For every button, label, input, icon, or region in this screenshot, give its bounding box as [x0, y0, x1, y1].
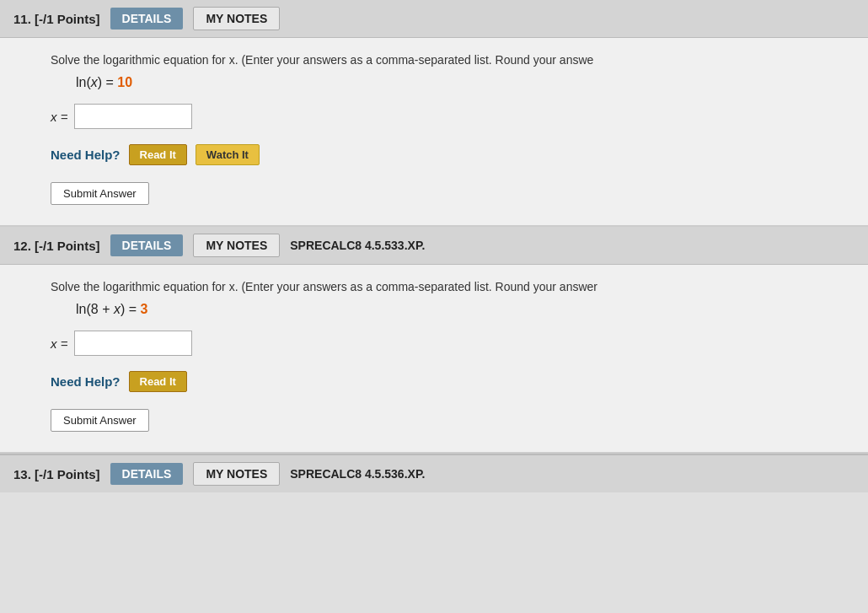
- problem-11-label: 11. [-/1 Points]: [13, 12, 100, 26]
- problem-12-input-row: x =: [51, 331, 841, 356]
- problem-11-watch-it-button[interactable]: Watch It: [196, 144, 260, 165]
- problem-11-equation-value: 10: [117, 75, 132, 89]
- problem-11-submit-row: Submit Answer: [51, 182, 841, 205]
- problem-11-equation: ln(x) = 10: [76, 75, 841, 90]
- problem-11-equation-text: ln(x) =: [76, 75, 117, 89]
- problem-12-label: 12. [-/1 Points]: [13, 239, 100, 253]
- problem-12-equation-value: 3: [140, 302, 147, 316]
- problem-12-answer-input[interactable]: [74, 331, 192, 356]
- problem-12-submit-row: Submit Answer: [51, 409, 841, 432]
- problem-11-submit-button[interactable]: Submit Answer: [51, 182, 149, 205]
- problem-13-header: 13. [-/1 Points] DETAILS MY NOTES SPRECA…: [0, 454, 868, 492]
- problem-11-need-help-row: Need Help? Read It Watch It: [51, 144, 841, 165]
- problem-11-mynotes-button[interactable]: MY NOTES: [193, 7, 280, 30]
- problem-12-submit-button[interactable]: Submit Answer: [51, 409, 149, 432]
- problem-12-mynotes-button[interactable]: MY NOTES: [193, 234, 280, 257]
- problem-11-answer-input[interactable]: [74, 104, 192, 129]
- problem-13-ref: SPRECALC8 4.5.536.XP.: [290, 467, 425, 481]
- problem-12-need-help-label: Need Help?: [51, 374, 121, 389]
- problem-11-input-label: x =: [51, 110, 67, 124]
- problem-11-content: Solve the logarithmic equation for x. (E…: [0, 38, 868, 227]
- problem-12-details-button[interactable]: DETAILS: [110, 234, 184, 256]
- problem-11-input-row: x =: [51, 104, 841, 129]
- problem-11-read-it-button[interactable]: Read It: [129, 144, 187, 165]
- problem-12-equation: ln(8 + x) = 3: [76, 302, 841, 317]
- problem-12-input-label: x =: [51, 336, 67, 351]
- problem-13-details-button[interactable]: DETAILS: [110, 463, 184, 485]
- problem-12-equation-text: ln(8 + x) =: [76, 302, 140, 316]
- page-wrapper: 11. [-/1 Points] DETAILS MY NOTES Solve …: [0, 0, 868, 613]
- problem-12-instruction: Solve the logarithmic equation for x. (E…: [51, 280, 841, 293]
- problem-12-content: Solve the logarithmic equation for x. (E…: [0, 265, 868, 454]
- problem-12-need-help-row: Need Help? Read It: [51, 371, 841, 392]
- problem-12-ref: SPRECALC8 4.5.533.XP.: [290, 239, 425, 252]
- problem-13-label: 13. [-/1 Points]: [13, 467, 100, 481]
- problem-12-header: 12. [-/1 Points] DETAILS MY NOTES SPRECA…: [0, 227, 868, 265]
- problem-11-details-button[interactable]: DETAILS: [110, 8, 184, 30]
- problem-11-instruction: Solve the logarithmic equation for x. (E…: [51, 53, 841, 67]
- problem-11-header: 11. [-/1 Points] DETAILS MY NOTES: [0, 0, 868, 38]
- problem-12-read-it-button[interactable]: Read It: [129, 371, 187, 392]
- problem-11-need-help-label: Need Help?: [51, 148, 121, 162]
- problem-13-mynotes-button[interactable]: MY NOTES: [193, 462, 280, 486]
